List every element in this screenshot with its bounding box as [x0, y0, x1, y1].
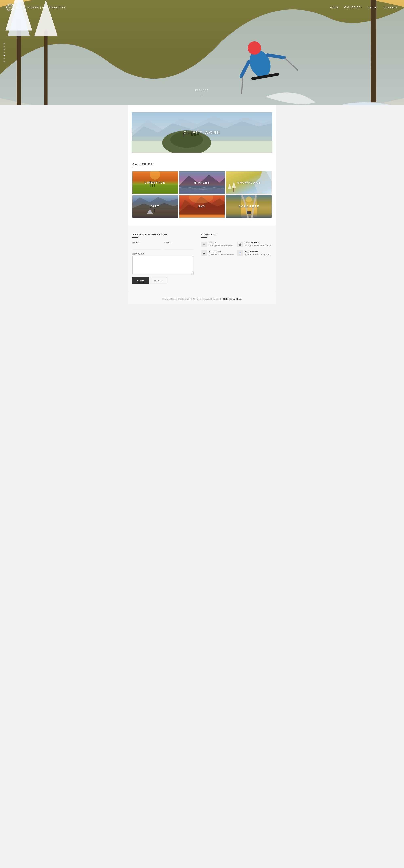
youtube-info-value[interactable]: youtube.com/noahcouser [209, 253, 234, 255]
youtube-info-label: YOUTUBE [209, 250, 234, 253]
gallery-concrete-label: CONCRETE [239, 205, 259, 208]
svg-point-67 [246, 196, 252, 203]
youtube-icon: ▶ [201, 250, 207, 256]
name-input[interactable] [132, 245, 161, 250]
message-group: MESSAGE [132, 253, 193, 277]
nav-galleries-link[interactable]: GALLERIES [344, 6, 361, 9]
site-logo[interactable]: NC NOAH COUSER | PHOTOGRAPHY [6, 4, 66, 11]
nav-about-link[interactable]: ABOUT [368, 6, 378, 9]
galleries-section: GALLERIES [128, 157, 276, 226]
gallery-ripples-label: RIPPLES [194, 181, 210, 184]
svg-rect-66 [247, 212, 251, 214]
footer-copyright: © Noah Couser Photography | All rights r… [162, 298, 223, 300]
form-buttons: SEND RESET [132, 277, 193, 284]
client-work-banner[interactable]: CLIENT WORK [131, 112, 273, 153]
gallery-snowflake-label: SNOWFLAKE [237, 181, 261, 184]
svg-point-69 [239, 244, 241, 245]
brand-name: NOAH COUSER | PHOTOGRAPHY [16, 6, 66, 9]
email-icon: ✉ [201, 242, 207, 247]
email-group: EMAIL [164, 242, 193, 250]
nav-home-link[interactable]: HOME [330, 6, 339, 9]
gallery-item-snowflake[interactable]: SNOWFLAKE [226, 172, 272, 194]
svg-point-70 [241, 244, 241, 244]
svg-rect-5 [44, 30, 48, 105]
facebook-icon: f [237, 250, 243, 256]
send-button[interactable]: SEND [132, 277, 149, 284]
facebook-info-label: FACEBOOK [245, 250, 271, 253]
slide-dot-5[interactable] [4, 55, 5, 56]
email-input[interactable] [164, 245, 193, 250]
gallery-item-lifestyle[interactable]: LIFESTYLE [132, 172, 178, 194]
youtube-info: YOUTUBE youtube.com/noahcouser [209, 250, 234, 255]
client-work-label: CLIENT WORK [184, 130, 221, 135]
nav-connect-link[interactable]: CONNECT [383, 6, 398, 9]
navigation: NC NOAH COUSER | PHOTOGRAPHY HOME GALLER… [0, 0, 404, 15]
footer-designer-link[interactable]: Gold Block Chain [223, 298, 242, 300]
gallery-item-dirt[interactable]: DIRT [132, 195, 178, 218]
connect-title: CONNECT [201, 233, 272, 236]
message-label: MESSAGE [132, 253, 193, 255]
instagram-info-label: INSTAGRAM [245, 242, 272, 244]
galleries-title: GALLERIES [132, 163, 272, 166]
footer: © Noah Couser Photography | All rights r… [128, 292, 276, 304]
connect-facebook: f FACEBOOK @noahcouserphotography [237, 250, 272, 256]
slide-dot-6[interactable] [4, 58, 5, 59]
svg-rect-46 [179, 186, 225, 194]
gallery-lifestyle-label: LIFESTYLE [145, 181, 165, 184]
explore-label: EXPLORE [195, 89, 209, 92]
hero-section: NC NOAH COUSER | PHOTOGRAPHY HOME GALLER… [0, 0, 404, 105]
email-info: EMAIL noah@noahcouser.com [209, 242, 232, 247]
instagram-info-value[interactable]: instagram.com/noahcouser [245, 244, 272, 247]
name-group: NAME [132, 242, 161, 250]
slide-dot-2[interactable] [4, 46, 5, 47]
gallery-item-concrete[interactable]: CONCRETE [226, 195, 272, 218]
name-label: NAME [132, 242, 161, 244]
explore-button[interactable]: EXPLORE ↓ [195, 89, 209, 97]
form-divider [132, 237, 138, 238]
galleries-caret-icon: ▾ [361, 6, 362, 8]
facebook-info: FACEBOOK @noahcouserphotography [245, 250, 271, 255]
contact-grid: SEND ME A MESSAGE NAME EMAIL MES [132, 233, 272, 284]
connect-panel: CONNECT ✉ EMAIL noah@noahcouser.com [201, 233, 272, 284]
slide-dot-4[interactable] [4, 52, 5, 53]
galleries-divider [132, 167, 138, 167]
facebook-info-value[interactable]: @noahcouserphotography [245, 253, 271, 255]
slide-dot-3[interactable] [4, 49, 5, 50]
email-label: EMAIL [164, 242, 193, 244]
explore-arrow-icon: ↓ [195, 93, 209, 97]
connect-instagram: INSTAGRAM instagram.com/noahcouser [237, 242, 272, 247]
email-info-value[interactable]: noah@noahcouser.com [209, 244, 232, 247]
connect-grid: ✉ EMAIL noah@noahcouser.com [201, 242, 272, 256]
slide-indicators [4, 43, 5, 62]
gallery-item-sky[interactable]: SKY [179, 195, 225, 218]
contact-form: SEND ME A MESSAGE NAME EMAIL MES [132, 233, 193, 284]
svg-point-58 [154, 209, 155, 210]
svg-rect-7 [371, 0, 376, 102]
connect-email: ✉ EMAIL noah@noahcouser.com [201, 242, 234, 247]
nav-galleries[interactable]: GALLERIES ▾ [344, 6, 362, 9]
contact-section: SEND ME A MESSAGE NAME EMAIL MES [128, 226, 276, 292]
instagram-info: INSTAGRAM instagram.com/noahcouser [245, 242, 272, 247]
gallery-sky-label: SKY [198, 205, 206, 208]
svg-rect-57 [154, 210, 155, 212]
content-wrapper: CLIENT WORK GALLERIES [128, 105, 276, 304]
svg-rect-36 [132, 185, 178, 194]
gallery-grid: LIFESTYLE [132, 172, 272, 218]
nav-about[interactable]: ABOUT [368, 6, 378, 9]
gallery-dirt-label: DIRT [151, 205, 160, 208]
email-info-label: EMAIL [209, 242, 232, 244]
message-input[interactable] [132, 256, 193, 274]
gallery-item-ripples[interactable]: RIPPLES [179, 172, 225, 194]
client-work-container: CLIENT WORK [128, 105, 276, 153]
nav-home[interactable]: HOME [330, 6, 339, 9]
form-name-email-row: NAME EMAIL [132, 242, 193, 250]
contact-form-title: SEND ME A MESSAGE [132, 233, 193, 236]
instagram-icon [237, 242, 243, 247]
slide-dot-7[interactable] [4, 61, 5, 62]
logo-icon: NC [6, 4, 14, 11]
nav-links: HOME GALLERIES ▾ ABOUT CONNECT [330, 6, 398, 9]
nav-connect[interactable]: CONNECT [383, 6, 398, 9]
reset-button[interactable]: RESET [150, 277, 167, 284]
svg-rect-51 [234, 188, 234, 192]
slide-dot-1[interactable] [4, 43, 5, 44]
